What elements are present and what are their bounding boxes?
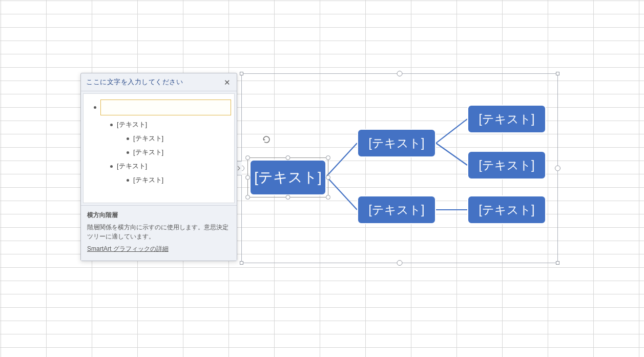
chevron-right-icon [237, 166, 241, 171]
bullet-text: [テキスト] [133, 148, 163, 157]
resize-handle[interactable] [397, 71, 403, 76]
svg-line-3 [436, 143, 467, 165]
node-text: [テキスト] [479, 202, 535, 218]
resize-handle[interactable] [326, 175, 330, 180]
resize-handle[interactable] [556, 261, 559, 265]
bullet-row[interactable]: [テキスト] [110, 162, 231, 171]
svg-line-1 [326, 176, 357, 210]
resize-handle[interactable] [555, 166, 560, 171]
bullet-text: [テキスト] [117, 120, 147, 129]
bullet-input[interactable] [100, 100, 231, 115]
help-link[interactable]: SmartArt グラフィックの詳細 [87, 245, 169, 252]
help-description: 階層関係を横方向に示すのに使用します。意思決定ツリーに適しています。 [87, 223, 231, 242]
help-title: 横方向階層 [87, 211, 231, 220]
bullet-text: [テキスト] [133, 175, 163, 185]
resize-handle[interactable] [326, 155, 330, 160]
hierarchy-branch-node[interactable]: [テキスト] [357, 129, 436, 157]
node-text: [テキスト] [369, 135, 425, 151]
bullet-text: [テキスト] [117, 162, 147, 171]
spreadsheet-canvas[interactable]: ここに文字を入力してください ✕ [テキスト] [テキスト] [テキスト] [0, 0, 644, 357]
bullet-row[interactable]: [テキスト] [110, 120, 231, 129]
hierarchy-root-node[interactable]: [テキスト] [250, 160, 326, 195]
resize-handle[interactable] [245, 155, 250, 160]
bullet-dot-icon [127, 179, 129, 182]
bullet-dot-icon [94, 106, 96, 109]
bullet-dot-icon [110, 124, 113, 126]
bullet-dot-icon [110, 165, 113, 168]
bullet-row-active[interactable] [94, 100, 231, 115]
resize-handle[interactable] [245, 195, 250, 200]
hierarchy-leaf-node[interactable]: [テキスト] [467, 105, 546, 133]
resize-handle[interactable] [397, 260, 403, 266]
smartart-container[interactable]: [テキスト] [テキスト] [テキスト] [テキスト] [テキスト] [241, 73, 558, 263]
bullet-row[interactable]: [テキスト] [127, 148, 231, 157]
text-pane-header: ここに文字を入力してください ✕ [81, 73, 237, 91]
hierarchy-leaf-node[interactable]: [テキスト] [467, 151, 546, 180]
text-pane-help: 横方向階層 階層関係を横方向に示すのに使用します。意思決定ツリーに適しています。… [81, 205, 237, 261]
resize-handle[interactable] [240, 261, 243, 265]
resize-handle[interactable] [326, 195, 330, 200]
node-text: [テキスト] [479, 111, 535, 127]
resize-handle[interactable] [556, 72, 559, 75]
node-text: [テキスト] [479, 157, 535, 173]
text-pane-bullet-list[interactable]: [テキスト] [テキスト] [テキスト] [テキスト] [テキスト] [83, 93, 235, 203]
bullet-text: [テキスト] [133, 134, 163, 143]
close-icon[interactable]: ✕ [221, 76, 233, 88]
rotate-icon[interactable] [260, 133, 273, 146]
resize-handle[interactable] [240, 72, 243, 75]
node-text: [テキスト] [254, 168, 322, 187]
bullet-row[interactable]: [テキスト] [127, 134, 231, 143]
bullet-row[interactable]: [テキスト] [127, 175, 231, 185]
svg-line-0 [326, 143, 357, 176]
text-pane-title: ここに文字を入力してください [86, 78, 183, 87]
node-text: [テキスト] [369, 202, 425, 218]
bullet-dot-icon [127, 137, 129, 140]
smartart-text-pane[interactable]: ここに文字を入力してください ✕ [テキスト] [テキスト] [テキスト] [80, 73, 237, 261]
hierarchy-leaf-node[interactable]: [テキスト] [467, 195, 546, 224]
hierarchy-branch-node[interactable]: [テキスト] [357, 195, 436, 224]
bullet-dot-icon [127, 151, 129, 154]
svg-line-2 [436, 119, 467, 143]
resize-handle[interactable] [286, 195, 290, 200]
